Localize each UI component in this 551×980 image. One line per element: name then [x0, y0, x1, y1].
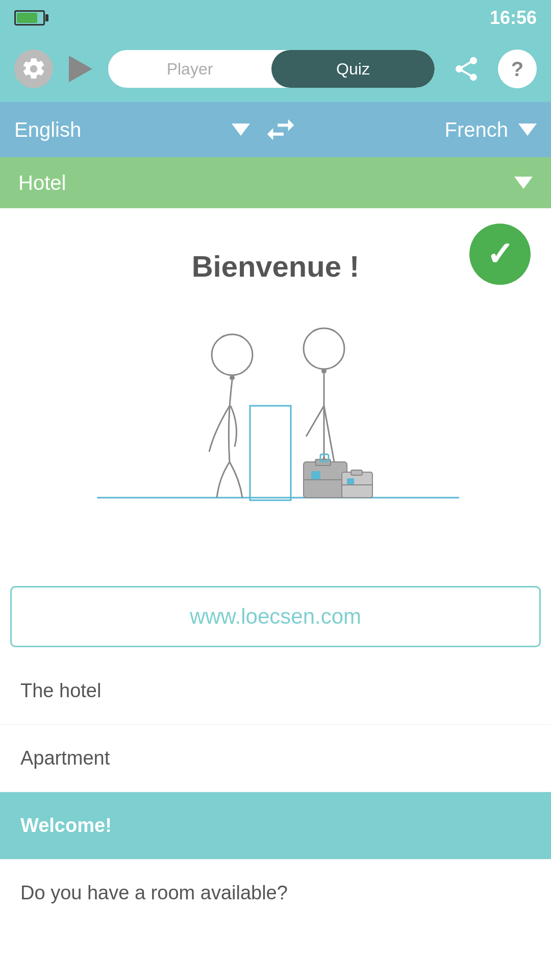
share-icon	[452, 55, 481, 83]
quiz-mode-button[interactable]: Quiz	[271, 50, 435, 88]
checkmark-icon: ✓	[486, 238, 514, 271]
option-2[interactable]: Apartment	[0, 725, 551, 792]
svg-point-5	[321, 369, 327, 374]
share-button[interactable]	[447, 50, 486, 88]
source-language-selector[interactable]: English	[14, 118, 260, 141]
mode-toggle: Player Quiz	[108, 50, 435, 88]
time-display: 16:56	[490, 7, 537, 29]
website-link[interactable]: www.loecsen.com	[10, 586, 541, 647]
option-1[interactable]: The hotel	[0, 657, 551, 725]
player-mode-button[interactable]: Player	[108, 50, 271, 88]
play-button[interactable]	[65, 54, 96, 84]
swap-languages-button[interactable]	[260, 109, 301, 150]
svg-point-2	[230, 375, 235, 380]
check-answer-button[interactable]: ✓	[469, 224, 531, 285]
svg-point-4	[304, 328, 344, 369]
svg-rect-3	[250, 406, 291, 500]
category-dropdown-icon	[514, 177, 533, 189]
svg-point-1	[212, 334, 253, 375]
toolbar: Player Quiz ?	[0, 36, 551, 102]
settings-button[interactable]	[14, 50, 53, 88]
target-lang-dropdown-icon	[518, 124, 537, 136]
battery-icon	[14, 10, 45, 26]
option-3[interactable]: Welcome!	[0, 792, 551, 860]
target-language-label: French	[445, 118, 509, 141]
language-bar: English French	[0, 102, 551, 157]
swap-icon	[263, 112, 298, 148]
website-url-text: www.loecsen.com	[190, 604, 361, 629]
gear-icon	[21, 56, 46, 82]
svg-rect-18	[351, 470, 362, 475]
category-label: Hotel	[18, 172, 66, 194]
source-lang-dropdown-icon	[232, 124, 250, 136]
hotel-scene-svg	[31, 293, 520, 518]
scene-illustration	[31, 293, 520, 518]
svg-line-7	[306, 406, 324, 436]
category-selector[interactable]: Hotel	[0, 157, 551, 208]
help-icon: ?	[511, 58, 523, 81]
play-icon	[69, 56, 92, 82]
help-button[interactable]: ?	[498, 50, 537, 88]
main-content: ✓ Bienvenue !	[0, 208, 551, 566]
target-language-selector[interactable]: French	[301, 118, 537, 141]
svg-rect-19	[347, 478, 354, 484]
status-bar: 16:56	[0, 0, 551, 36]
answer-options: The hotel Apartment Welcome! Do you have…	[0, 657, 551, 926]
french-word-display: Bienvenue !	[20, 229, 531, 293]
option-4[interactable]: Do you have a room available?	[0, 860, 551, 926]
source-language-label: English	[14, 118, 81, 141]
svg-rect-15	[311, 471, 320, 479]
